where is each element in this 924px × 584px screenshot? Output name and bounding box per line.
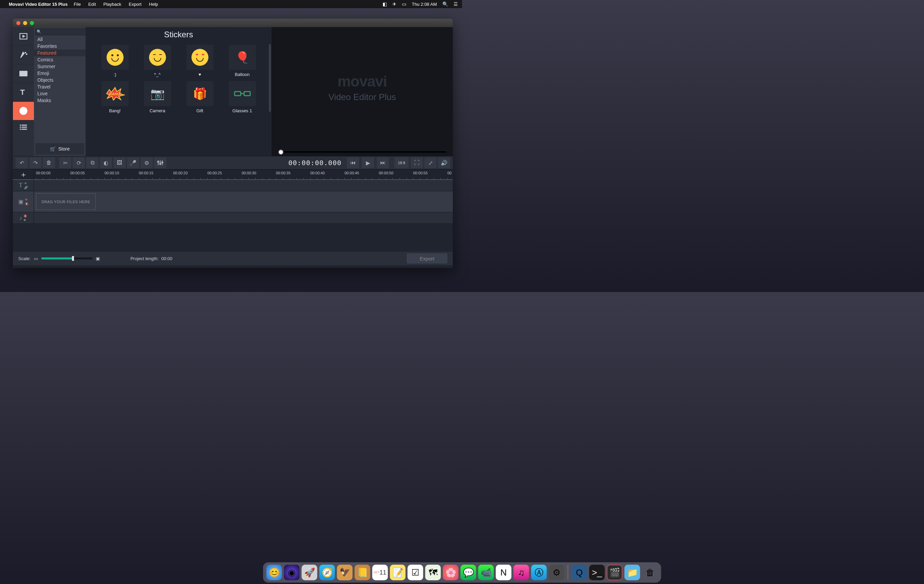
tool-titles[interactable]: T [13, 83, 34, 102]
app-window: Movavi Video Editor Plus – New Project T… [13, 19, 453, 268]
app-name[interactable]: Movavi Video Editor 15 Plus [9, 2, 68, 7]
bottom-bar: Scale: ▭ ▣ Project length: 00:00 Export [13, 252, 453, 265]
cat-love[interactable]: Love [34, 90, 86, 97]
menu-playback[interactable]: Playback [104, 2, 122, 7]
menu-help[interactable]: Help [149, 2, 158, 7]
svg-text:T: T [20, 88, 25, 96]
svg-marker-1 [23, 35, 25, 38]
brand-logo: movavi [337, 73, 387, 90]
visibility-icon[interactable]: 👁 [24, 182, 28, 185]
sticker-label: :) [114, 72, 116, 77]
svg-point-23 [162, 162, 163, 163]
cat-summer[interactable]: Summer [34, 63, 86, 70]
cat-favorites[interactable]: Favorites [34, 43, 86, 49]
delete-button[interactable]: 🗑 [43, 157, 55, 168]
scrubber[interactable] [272, 148, 453, 156]
sticker-bang[interactable]: BANG!Bang! [96, 81, 134, 113]
edit-toolbar: ↶ ↷ 🗑 ✂ ⟳ ⧉ ◐ 🖼 🎤 ⚙ 00:00:00.000 ⏮ ▶ ⏭ 1… [13, 156, 453, 169]
play-button[interactable]: ▶ [362, 157, 374, 168]
ruler-mark: 00:00:05 [70, 171, 85, 175]
airplay-icon[interactable]: ▭ [402, 2, 406, 7]
cat-emoji[interactable]: Emoji [34, 70, 86, 77]
sticker-glasses[interactable]: Glasses 1 [223, 81, 261, 113]
preview-canvas: movavi Video Editor Plus [272, 27, 453, 148]
menu-export[interactable]: Export [129, 2, 142, 7]
status-icon[interactable]: ✈ [393, 2, 396, 7]
sticker-happy[interactable]: ^_^ [138, 45, 177, 77]
cat-travel[interactable]: Travel [34, 84, 86, 90]
sticker-label: Bang! [109, 108, 121, 113]
zoom-fit-icon[interactable]: ▣ [96, 256, 100, 261]
volume-button[interactable]: 🔊 [438, 157, 450, 168]
store-button[interactable]: 🛒 Store [35, 143, 84, 155]
clock[interactable]: Thu 2:08 AM [412, 2, 437, 7]
svg-rect-12 [22, 129, 27, 130]
color-button[interactable]: ◐ [100, 157, 112, 168]
project-length-label: Project length: [130, 256, 158, 261]
cat-all[interactable]: All [34, 36, 86, 43]
menu-file[interactable]: File [74, 2, 81, 7]
track-video[interactable]: ▣👁🔇 DRAG YOUR FILES HERE [13, 191, 453, 212]
link-icon[interactable]: 🔗 [24, 186, 28, 189]
zoom-slider[interactable] [41, 257, 92, 260]
mute-icon[interactable]: 🔇 [23, 214, 27, 218]
preview-panel: movavi Video Editor Plus [272, 27, 453, 156]
window-title: Movavi Video Editor Plus – New Project [13, 20, 453, 25]
tool-media[interactable] [13, 27, 34, 46]
cat-comics[interactable]: Comics [34, 56, 86, 63]
crop-button[interactable]: ⧉ [86, 157, 99, 168]
tool-filters[interactable] [13, 46, 34, 64]
cut-button[interactable]: ✂ [59, 157, 71, 168]
brand-sub: Video Editor Plus [328, 92, 396, 102]
zoom-out-icon[interactable]: ▭ [34, 256, 38, 261]
tool-stickers[interactable] [13, 102, 34, 120]
track-titles[interactable]: T👁🔗 [13, 180, 453, 191]
sticker-smile[interactable]: :) [96, 45, 134, 77]
mic-button[interactable]: 🎤 [127, 157, 139, 168]
export-button[interactable]: Export [407, 253, 447, 263]
sticker-grid-panel: Stickers :) ^_^ ❤❤♥ 🎈Balloon BANG!Bang! … [86, 27, 272, 156]
visibility-icon[interactable]: 👁 [25, 198, 28, 201]
aspect-ratio[interactable]: 16:9 [394, 157, 409, 168]
cart-icon: 🛒 [50, 146, 56, 151]
menu-edit[interactable]: Edit [88, 2, 96, 7]
sticker-balloon[interactable]: 🎈Balloon [223, 45, 261, 77]
list-toggle[interactable] [13, 120, 34, 134]
time-ruler[interactable]: 00:00:0000:00:0500:00:1000:00:1500:00:20… [34, 169, 453, 180]
audio-track-icon: ♪ [19, 215, 22, 221]
rotate-button[interactable]: ⟳ [73, 157, 85, 168]
menu-extras-icon[interactable]: ☰ [454, 2, 458, 7]
sticker-love[interactable]: ❤❤♥ [181, 45, 219, 77]
cat-objects[interactable]: Objects [34, 77, 86, 84]
track-audio[interactable]: ♪🔇✖ [13, 212, 453, 224]
undo-button[interactable]: ↶ [16, 157, 28, 168]
safe-zone-button[interactable]: ⛶ [411, 157, 423, 168]
status-icon[interactable]: ◧ [383, 2, 387, 7]
equalizer-button[interactable] [154, 157, 166, 168]
settings-button[interactable]: ⚙ [140, 157, 153, 168]
next-button[interactable]: ⏭ [377, 157, 389, 168]
ruler-mark: 00:00:40 [310, 171, 325, 175]
svg-rect-15 [234, 92, 241, 95]
image-button[interactable]: 🖼 [113, 157, 125, 168]
sticker-label: Camera [149, 108, 165, 113]
scrollbar[interactable] [269, 44, 271, 112]
add-track-button[interactable]: ＋ [13, 169, 34, 180]
drop-zone[interactable]: DRAG YOUR FILES HERE [36, 193, 96, 210]
prev-button[interactable]: ⏮ [347, 157, 359, 168]
cat-masks[interactable]: Masks [34, 97, 86, 104]
svg-rect-8 [22, 125, 27, 125]
scrubber-knob[interactable] [278, 150, 284, 155]
fullscreen-button[interactable]: ⤢ [424, 157, 437, 168]
cat-featured[interactable]: Featured [34, 49, 86, 56]
fx-icon[interactable]: ✖ [23, 219, 27, 222]
project-length-value: 00:00 [161, 256, 172, 261]
sticker-camera[interactable]: 📷Camera [138, 81, 177, 113]
mute-icon[interactable]: 🔇 [25, 202, 28, 206]
ruler-mark: 00:00:20 [173, 171, 188, 175]
title-track-icon: T [19, 182, 23, 189]
sticker-gift[interactable]: 🎁Gift [181, 81, 219, 113]
spotlight-icon[interactable]: 🔍 [442, 2, 448, 7]
redo-button[interactable]: ↷ [29, 157, 41, 168]
tool-transitions[interactable] [13, 64, 34, 83]
